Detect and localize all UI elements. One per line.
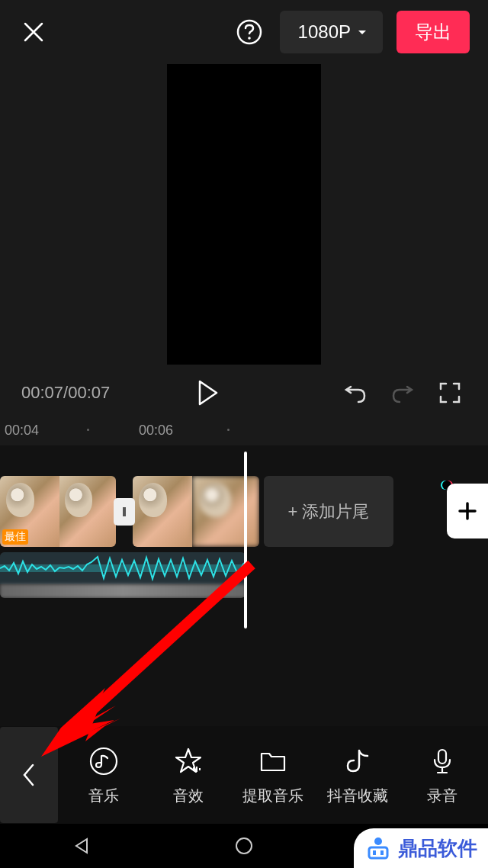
tool-label: 提取音乐 [242, 786, 303, 806]
video-clip-2[interactable] [133, 476, 259, 547]
nav-back[interactable] [68, 832, 95, 860]
clip-tag: 最佳 [2, 529, 28, 545]
preview-area [0, 64, 488, 366]
time-ruler[interactable]: 00:04 00:06 [0, 420, 488, 445]
help-button[interactable] [234, 17, 265, 47]
tool-label: 录音 [427, 786, 458, 806]
tool-sfx[interactable]: 音效 [154, 744, 223, 806]
preview-canvas[interactable] [167, 64, 321, 365]
svg-rect-17 [380, 850, 384, 855]
audio-clip[interactable] [0, 552, 246, 598]
tool-label: 音乐 [88, 786, 119, 806]
svg-rect-16 [373, 850, 376, 855]
clip-thumb [59, 476, 116, 547]
ruler-dot [87, 429, 89, 431]
watermark: 鼎品软件 [354, 828, 488, 868]
tool-row: 音乐 音效 提取音乐 抖音收藏 录音 [58, 744, 488, 806]
video-track: 最佳 + 添加片尾 [0, 476, 393, 547]
star-icon [172, 744, 205, 778]
top-bar: 1080P 导出 [0, 0, 488, 64]
back-button[interactable] [0, 727, 58, 823]
ruler-tick: 00:06 [139, 423, 173, 439]
fullscreen-icon [438, 381, 461, 404]
audio-waveform [0, 552, 246, 584]
playback-bar: 00:07/00:07 [0, 366, 488, 420]
circle-icon [234, 836, 254, 856]
chevron-down-icon [355, 25, 369, 39]
ruler-tick: 00:04 [5, 423, 39, 439]
svg-rect-11 [438, 750, 446, 764]
transition-button[interactable] [114, 498, 135, 526]
fullscreen-button[interactable] [433, 376, 467, 410]
audio-title [0, 584, 246, 598]
transition-icon [117, 505, 131, 519]
tool-label: 抖音收藏 [327, 786, 388, 806]
chevron-left-icon [21, 762, 37, 788]
tool-label: 音效 [173, 786, 204, 806]
svg-rect-15 [369, 847, 387, 858]
watermark-text: 鼎品软件 [398, 835, 477, 862]
music-note-icon [87, 744, 120, 778]
add-tail-label: + 添加片尾 [288, 500, 370, 523]
clip-thumb [133, 476, 192, 547]
folder-icon [256, 744, 290, 778]
close-button[interactable] [18, 17, 49, 47]
watermark-logo-icon [364, 834, 392, 862]
nav-home[interactable] [230, 832, 258, 860]
tool-douyin[interactable]: 抖音收藏 [323, 744, 392, 806]
clip-thumb [192, 476, 259, 547]
tool-record[interactable]: 录音 [408, 744, 477, 806]
svg-point-1 [248, 37, 251, 40]
timeline[interactable]: 最佳 + 添加片尾 [0, 445, 488, 728]
tool-extract[interactable]: 提取音乐 [239, 744, 307, 806]
help-icon [236, 18, 263, 46]
plus-icon [455, 499, 480, 523]
undo-icon [343, 381, 368, 405]
svg-rect-2 [123, 507, 126, 516]
ruler-dot [227, 429, 230, 431]
export-button[interactable]: 导出 [396, 11, 470, 53]
tool-music[interactable]: 音乐 [69, 744, 138, 806]
timecode: 00:07/00:07 [21, 383, 110, 403]
add-clip-button[interactable] [447, 484, 488, 538]
playhead[interactable] [244, 452, 247, 628]
douyin-icon [341, 744, 374, 778]
triangle-left-icon [72, 836, 92, 856]
mic-icon [425, 744, 459, 778]
svg-point-14 [374, 837, 382, 845]
svg-point-12 [236, 838, 252, 854]
close-icon [22, 21, 45, 43]
resolution-label: 1080P [298, 21, 351, 43]
bottom-toolbar: 音乐 音效 提取音乐 抖音收藏 录音 [0, 726, 488, 824]
video-clip-1[interactable]: 最佳 [0, 476, 116, 547]
redo-icon [390, 381, 415, 405]
svg-point-10 [91, 748, 117, 774]
resolution-button[interactable]: 1080P [280, 11, 383, 53]
play-button[interactable] [191, 376, 225, 410]
export-label: 导出 [415, 20, 451, 44]
undo-button[interactable] [339, 376, 372, 410]
play-icon [197, 380, 220, 406]
redo-button[interactable] [386, 376, 419, 410]
add-tail-button[interactable]: + 添加片尾 [264, 476, 393, 547]
